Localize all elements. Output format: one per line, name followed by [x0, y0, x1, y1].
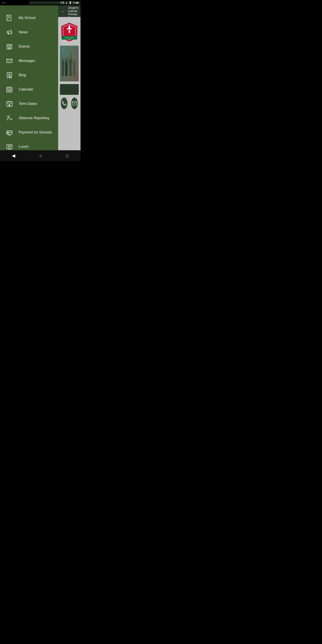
svg-rect-44: [62, 64, 64, 76]
school-image: [60, 46, 79, 82]
svg-rect-50: [69, 63, 72, 76]
right-panel-content: St Joseph's Catholic Primary School: [58, 17, 80, 150]
absence-reporting-label: Absence Reporting: [19, 116, 49, 120]
payment-for-schools-label: Payment for Schools: [19, 130, 52, 134]
lte-label: LTE: [60, 2, 64, 4]
lunch-label: Lunch: [19, 145, 28, 149]
svg-point-34: [8, 116, 10, 118]
sidebar-item-my-school[interactable]: My School: [0, 11, 58, 25]
monitor-card-icon: [5, 128, 14, 136]
sidebar-item-blog[interactable]: Blog: [0, 68, 58, 82]
svg-rect-35: [7, 131, 12, 134]
svg-text:St Joseph's Catholic: St Joseph's Catholic: [64, 37, 74, 38]
sidebar-item-lunch[interactable]: Lunch: [0, 140, 58, 150]
nav-recent-button[interactable]: □: [66, 153, 68, 158]
calendar-grad-icon: [5, 100, 14, 108]
calendar-check-icon: [5, 42, 14, 50]
svg-rect-27: [9, 90, 10, 91]
monitor-utensil-icon: [5, 143, 14, 150]
status-bar-left: ⊙ ▪: [0, 1, 29, 4]
book-icon: [5, 14, 14, 22]
news-label: News: [19, 30, 28, 34]
sidebar-item-events[interactable]: Events: [0, 39, 58, 54]
svg-rect-37: [8, 133, 9, 134]
svg-point-48: [65, 58, 68, 62]
svg-rect-23: [8, 90, 8, 90]
blog-label: Blog: [19, 73, 26, 77]
main-layout: My School News: [0, 5, 80, 150]
nav-home-button[interactable]: ○: [39, 153, 42, 158]
storage-icon: ▪: [5, 1, 6, 4]
my-school-label: My School: [19, 16, 36, 20]
svg-rect-24: [9, 90, 10, 90]
envelope-icon: [5, 57, 14, 65]
sidebar-item-news[interactable]: News: [0, 25, 58, 39]
sidebar-item-calendar[interactable]: Calendar: [0, 82, 58, 96]
dark-banner: [60, 84, 79, 95]
school-logo: St Joseph's Catholic Primary School: [59, 20, 80, 43]
calendar-grid-icon: [5, 86, 14, 94]
megaphone-icon: [5, 28, 14, 36]
phone-button[interactable]: [61, 98, 68, 109]
svg-rect-56: [72, 102, 77, 105]
sidebar-item-term-dates[interactable]: Term Dates: [0, 96, 58, 111]
person-arrow-icon: [5, 114, 14, 122]
svg-rect-28: [10, 90, 11, 91]
sidebar-item-messages[interactable]: Messages: [0, 54, 58, 68]
svg-rect-53: [73, 64, 75, 76]
battery-icon: 🔋: [69, 1, 72, 4]
svg-text:Primary School: Primary School: [66, 38, 72, 39]
svg-rect-47: [65, 62, 68, 76]
time-display: 7:46: [73, 1, 79, 4]
sidebar: My School News: [0, 5, 58, 150]
email-button[interactable]: [71, 98, 78, 109]
svg-rect-5: [7, 44, 12, 49]
nav-back-button[interactable]: ◀: [12, 153, 15, 158]
sidebar-item-absence-reporting[interactable]: Absence Reporting: [0, 111, 58, 125]
action-buttons: [60, 98, 79, 109]
term-dates-label: Term Dates: [19, 102, 37, 106]
right-panel-header: ← St Joseph's Catholic Primary School: [58, 5, 80, 17]
signal-icon: ▲: [65, 1, 68, 4]
svg-rect-38: [7, 145, 12, 149]
right-panel: ← St Joseph's Catholic Primary School: [58, 5, 80, 150]
back-button[interactable]: ←: [61, 9, 65, 14]
bottom-nav: ◀ ○ □: [0, 150, 80, 161]
sidebar-item-payment-for-schools[interactable]: Payment for Schools: [0, 125, 58, 140]
svg-point-54: [73, 60, 76, 65]
svg-rect-25: [10, 90, 11, 90]
sim-icon: ⊙: [2, 1, 4, 4]
calendar-label: Calendar: [19, 88, 33, 92]
svg-point-4: [11, 32, 12, 33]
svg-rect-26: [8, 90, 8, 91]
events-label: Events: [19, 44, 30, 48]
svg-rect-10: [7, 59, 12, 62]
status-bar-right: LTE ▲ 🔋 7:46: [29, 1, 80, 4]
document-icon: [5, 71, 14, 79]
status-bar: ⊙ ▪ LTE ▲ 🔋 7:46: [0, 0, 80, 5]
messages-label: Messages: [19, 59, 35, 63]
svg-rect-0: [7, 15, 11, 20]
